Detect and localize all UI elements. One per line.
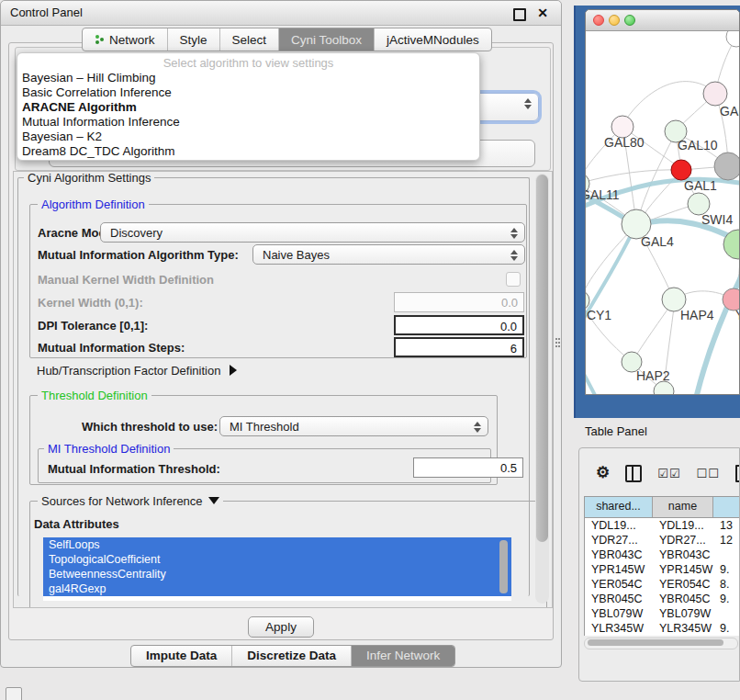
- algorithm-option[interactable]: Basic Correlation Inference: [17, 85, 479, 100]
- data-attribute-item[interactable]: TopologicalCoefficient: [43, 552, 511, 567]
- manual-kernel-checkbox[interactable]: [506, 272, 521, 287]
- kernel-width-field[interactable]: 0.0: [394, 292, 524, 312]
- apply-button[interactable]: Apply: [248, 616, 314, 638]
- tab-network[interactable]: Network: [83, 28, 167, 51]
- network-node[interactable]: [726, 31, 739, 47]
- mi-type-label: Mutual Information Algorithm Type:: [38, 248, 239, 262]
- column-header[interactable]: [713, 497, 740, 517]
- node-label: HAP2: [636, 368, 670, 383]
- table-scrollbar-thumb[interactable]: [588, 639, 723, 646]
- columns-icon[interactable]: [625, 465, 642, 482]
- float-panel-icon[interactable]: [513, 8, 526, 21]
- unchecked-columns-icon[interactable]: ☐☐: [697, 467, 720, 480]
- attribute-table: shared...name YDL19...YDL19...13YDR27...…: [584, 496, 740, 636]
- aracne-mode-combobox[interactable]: Discovery: [100, 222, 525, 243]
- table-cell: YPR145W: [585, 562, 653, 577]
- column-header[interactable]: shared...: [585, 497, 653, 517]
- dpi-tolerance-field[interactable]: 0.0: [394, 315, 524, 335]
- desktop: Control Panel ✕ NetworkStyleSelectCyni T…: [0, 0, 740, 700]
- node-label: GAL10: [678, 138, 718, 152]
- list-scrollbar-thumb[interactable]: [499, 540, 508, 593]
- table-row[interactable]: YBL079WYBL079W: [585, 606, 740, 621]
- data-attribute-item[interactable]: gal4RGexp: [43, 581, 511, 596]
- table-cell: YDL19...: [653, 518, 713, 533]
- tab-cyni-toolbox[interactable]: Cyni Toolbox: [278, 28, 374, 51]
- network-canvas[interactable]: GALGAL80GAL10GAL1GAL11SWI4GAL4GCY1HAP4YH…: [586, 31, 739, 394]
- table-panel-title: Table Panel: [585, 424, 647, 438]
- table-cell: 9.: [713, 592, 740, 606]
- algorithm-option[interactable]: ARACNE Algorithm: [17, 100, 479, 115]
- sources-group: Sources for Network Inference Data Attri…: [29, 501, 547, 608]
- bottom-tab-discretize-data[interactable]: Discretize Data: [231, 646, 351, 666]
- table-row[interactable]: YER054CYER054C8.: [585, 577, 740, 592]
- data-attributes-list[interactable]: SelfLoopsTopologicalCoefficientBetweenne…: [43, 537, 511, 601]
- table-row[interactable]: YDL19...YDL19...13: [585, 518, 740, 533]
- table-row[interactable]: YPR145WYPR145W9.: [585, 562, 740, 577]
- algorithm-option[interactable]: Bayesian – Hill Climbing: [17, 71, 479, 85]
- tab-style[interactable]: Style: [167, 28, 219, 51]
- table-cell: YLR345W: [653, 621, 713, 636]
- data-attribute-item[interactable]: BetweennessCentrality: [43, 567, 511, 581]
- control-panel-tabs: NetworkStyleSelectCyni ToolboxjActiveMNo…: [82, 28, 492, 51]
- tab-jactivemnodules[interactable]: jActiveMNodules: [374, 28, 491, 51]
- node-label: Y: [735, 308, 739, 322]
- threshold-definition-title: Threshold Definition: [38, 389, 151, 402]
- sources-title-toggle[interactable]: Sources for Network Inference: [38, 494, 223, 508]
- algorithm-option[interactable]: Dream8 DC_TDC Algorithm: [17, 144, 479, 159]
- zoom-window-icon[interactable]: [624, 15, 635, 26]
- mi-threshold-field[interactable]: 0.5: [413, 457, 523, 478]
- checked-columns-icon[interactable]: ☑☑: [657, 467, 680, 480]
- table-horizontal-scrollbar[interactable]: [584, 638, 738, 649]
- which-threshold-combobox[interactable]: MI Threshold: [219, 416, 488, 436]
- table-cell: 8.: [713, 577, 740, 592]
- network-window: GALGAL80GAL10GAL1GAL11SWI4GAL4GCY1HAP4YH…: [585, 9, 740, 395]
- table-cell: [713, 606, 740, 621]
- mi-type-combobox[interactable]: Naive Bayes: [252, 244, 525, 265]
- network-node-gal[interactable]: [703, 82, 727, 106]
- table-cell: YBL079W: [653, 606, 713, 621]
- tab-select[interactable]: Select: [219, 28, 279, 51]
- tab-label: Style: [180, 29, 207, 51]
- table-row[interactable]: YBR045CYBR045C9.: [585, 592, 740, 606]
- network-window-titlebar: [586, 10, 739, 31]
- algorithm-option[interactable]: Bayesian – K2: [17, 130, 479, 144]
- hub-definition-toggle[interactable]: Hub/Transcription Factor Definition: [37, 364, 237, 378]
- bottom-tab-infer-network[interactable]: Infer Network: [351, 646, 454, 666]
- table-cell: YPR145W: [653, 562, 713, 577]
- table-cell: YER054C: [653, 577, 713, 592]
- algorithm-definition-group: Algorithm Definition Aracne Mode: Discov…: [29, 204, 527, 358]
- table-cell: 12: [713, 533, 740, 548]
- settings-scrollbar-thumb[interactable]: [536, 175, 548, 542]
- network-node[interactable]: [714, 152, 739, 180]
- network-node[interactable]: [654, 381, 674, 394]
- network-node-gal1[interactable]: [671, 160, 691, 180]
- table-row[interactable]: YLR345WYLR345W9.: [585, 621, 740, 636]
- mi-steps-field[interactable]: 6: [394, 337, 524, 357]
- bottom-tab-impute-data[interactable]: Impute Data: [131, 646, 231, 666]
- mi-threshold-group: MI Threshold Definition Mutual Informati…: [38, 448, 491, 483]
- cyni-bottom-tabs: Impute DataDiscretize DataInfer Network: [130, 645, 455, 667]
- close-panel-icon[interactable]: ✕: [537, 5, 548, 21]
- node-label: GAL11: [586, 187, 620, 202]
- tab-label: Network: [109, 29, 155, 51]
- table-row[interactable]: YDR27...YDR27...12: [585, 533, 740, 548]
- panel-divider-grip[interactable]: [555, 337, 561, 349]
- cyni-algorithm-settings-title: Cyni Algorithm Settings: [24, 171, 154, 185]
- algorithm-definition-title: Algorithm Definition: [38, 198, 149, 211]
- close-window-icon[interactable]: [593, 15, 604, 26]
- tab-label: Select: [232, 29, 267, 51]
- algorithm-option[interactable]: Mutual Information Inference: [17, 115, 479, 130]
- table-header-row: shared...name: [585, 496, 740, 518]
- table-row[interactable]: YBR043CYBR043C: [585, 548, 740, 562]
- partial-bottom-button[interactable]: [6, 687, 22, 700]
- column-header[interactable]: name: [653, 497, 713, 517]
- table-cell: [713, 548, 740, 562]
- data-attribute-item[interactable]: SelfLoops: [43, 537, 511, 552]
- node-label: SWI4: [701, 212, 733, 227]
- settings-scrollbar[interactable]: [535, 174, 549, 604]
- collapsed-arrow-icon: [230, 365, 237, 376]
- minimize-window-icon[interactable]: [609, 15, 620, 26]
- gear-icon[interactable]: ⚙: [596, 464, 610, 482]
- document-icon[interactable]: [735, 465, 740, 482]
- combo-arrows-icon: [524, 97, 532, 110]
